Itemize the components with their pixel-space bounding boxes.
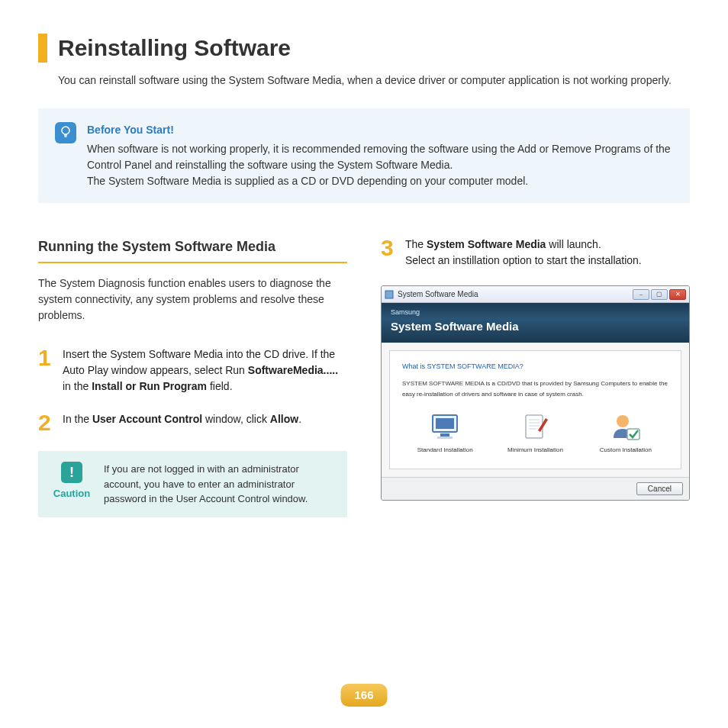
brand-label: Samsung bbox=[391, 308, 680, 318]
svg-rect-5 bbox=[436, 418, 454, 429]
step-2: 2 In the User Account Control window, cl… bbox=[38, 411, 347, 434]
step-number: 1 bbox=[38, 346, 55, 395]
option-custom-label: Custom Installation bbox=[591, 446, 660, 455]
tip-line2: The System Software Media is supplied as… bbox=[87, 173, 673, 189]
screenshot-window: System Software Media – ▢ ✕ Samsung Syst… bbox=[381, 285, 690, 501]
screenshot-description: SYSTEM SOFTWARE MEDIA is a CD/DVD that i… bbox=[402, 378, 668, 401]
step1-bold2: Install or Run Program bbox=[92, 380, 207, 392]
tip-line1: When software is not working properly, i… bbox=[87, 141, 673, 173]
page-title: Reinstalling Software bbox=[58, 31, 291, 65]
screenshot-question: What is SYSTEM SOFTWARE MEDIA? bbox=[402, 362, 668, 372]
step3-text-a: The bbox=[405, 238, 427, 250]
minimize-button[interactable]: – bbox=[633, 289, 649, 300]
svg-point-13 bbox=[617, 415, 629, 427]
step-number: 3 bbox=[381, 237, 398, 269]
section-title: Running the System Software Media bbox=[38, 237, 347, 263]
step1-bold1: SoftwareMedia..... bbox=[248, 364, 338, 376]
title-accent-bar bbox=[38, 34, 47, 63]
exclamation-icon: ! bbox=[61, 462, 82, 483]
caution-text: If you are not logged in with an adminis… bbox=[104, 462, 335, 507]
step2-text-c: . bbox=[298, 413, 301, 425]
step-number: 2 bbox=[38, 411, 55, 434]
svg-rect-8 bbox=[526, 415, 543, 438]
titlebar: System Software Media – ▢ ✕ bbox=[382, 286, 689, 303]
step1-text-b: in the bbox=[63, 380, 92, 392]
tip-callout: Before You Start! When software is not w… bbox=[38, 108, 690, 203]
svg-rect-6 bbox=[440, 433, 449, 436]
user-check-icon bbox=[609, 412, 643, 443]
header-title: System Software Media bbox=[391, 318, 680, 336]
cancel-button[interactable]: Cancel bbox=[636, 482, 683, 495]
step3-bold1: System Software Media bbox=[427, 238, 546, 250]
close-button[interactable]: ✕ bbox=[669, 289, 686, 300]
step2-bold1: User Account Control bbox=[92, 413, 202, 425]
page-intro: You can reinstall software using the Sys… bbox=[58, 72, 690, 89]
option-custom[interactable]: Custom Installation bbox=[591, 412, 660, 455]
caution-label: Caution bbox=[50, 486, 93, 501]
step2-text-a: In the bbox=[63, 413, 92, 425]
step-1: 1 Insert the System Software Media into … bbox=[38, 346, 347, 395]
maximize-button[interactable]: ▢ bbox=[651, 289, 668, 300]
section-intro: The System Diagnosis function enables us… bbox=[38, 275, 347, 324]
lightbulb-icon bbox=[55, 122, 76, 143]
step-3: 3 The System Software Media will launch.… bbox=[381, 237, 690, 269]
option-minimum-label: Minimum Installation bbox=[501, 446, 569, 455]
window-title: System Software Media bbox=[398, 288, 633, 300]
screenshot-header: Samsung System Software Media bbox=[382, 303, 689, 343]
step3-line2: Select an instillation option to start t… bbox=[405, 253, 690, 269]
step1-text-c: field. bbox=[207, 380, 232, 392]
app-icon bbox=[385, 290, 394, 299]
page-number: 166 bbox=[340, 684, 387, 707]
monitor-icon bbox=[428, 412, 462, 443]
step2-text-b: window, click bbox=[202, 413, 270, 425]
svg-rect-7 bbox=[437, 436, 453, 439]
step2-bold2: Allow bbox=[270, 413, 298, 425]
option-minimum[interactable]: Minimum Installation bbox=[501, 412, 569, 455]
svg-point-0 bbox=[62, 127, 69, 134]
tip-heading: Before You Start! bbox=[87, 122, 673, 138]
caution-callout: ! Caution If you are not logged in with … bbox=[38, 451, 347, 517]
svg-rect-3 bbox=[385, 291, 393, 298]
option-standard[interactable]: Standard Installation bbox=[411, 412, 479, 455]
step3-text-b: will launch. bbox=[546, 238, 601, 250]
document-pen-icon bbox=[518, 412, 552, 443]
option-standard-label: Standard Installation bbox=[411, 446, 479, 455]
